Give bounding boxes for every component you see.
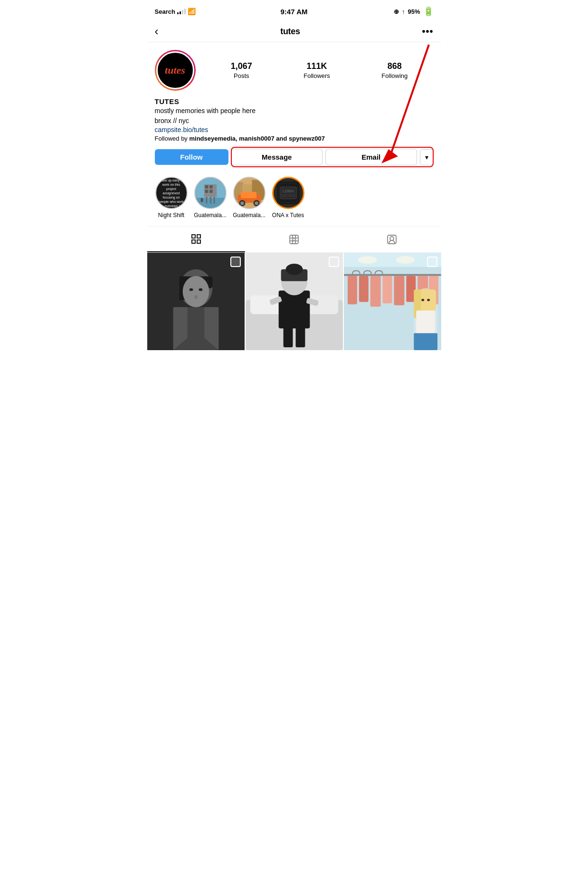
story-label-night-shift: Night Shift [158,212,184,219]
svg-rect-58 [278,291,310,329]
svg-rect-10 [210,197,211,204]
battery-area: ⊕ ↑ 95% 🔋 [394,6,434,17]
svg-rect-30 [197,235,200,238]
svg-point-42 [390,237,394,240]
svg-point-50 [199,288,202,291]
tab-reels[interactable] [245,227,343,252]
story-guatemala1[interactable]: Guatemala... [194,177,227,219]
dropdown-button[interactable]: ▾ [420,149,434,165]
email-button[interactable]: Email [325,149,417,165]
profile-username-title: tutes [280,27,300,37]
carrier-label: Search [155,8,175,15]
profile-display-name: TUTES [155,97,434,105]
story-label-ona: ONA x Tutes [272,212,304,219]
avatar-container[interactable]: tutes [155,50,196,91]
svg-rect-65 [295,326,305,348]
tab-bar [147,226,441,253]
svg-rect-71 [347,276,357,305]
followed-by: Followed by mindseyemedia, manish0007 an… [155,134,434,143]
svg-point-20 [240,201,244,205]
story-ona[interactable]: LOMA EST. 2010 ONA x Tutes [272,177,305,219]
posts-stat[interactable]: 1,067 Posts [231,61,252,79]
profile-section: tutes 1,067 Posts 111K Followers 868 Fol… [147,42,441,177]
ona-svg: LOMA EST. 2010 [274,177,303,209]
posts-count: 1,067 [231,61,252,71]
svg-rect-5 [205,185,208,189]
photo-multi-icon-3 [427,257,437,267]
story-guatemala2[interactable]: Guatemala... [233,177,266,219]
followers-count: 111K [307,61,327,71]
stories-row: like at night I wake up early to work on… [147,177,441,226]
svg-point-68 [358,256,377,264]
svg-rect-33 [290,235,298,244]
svg-point-63 [285,264,303,275]
svg-text:LOMA: LOMA [282,189,294,193]
story-night-shift[interactable]: like at night I wake up early to work on… [155,177,188,219]
reels-icon [288,234,300,245]
svg-rect-84 [414,334,437,351]
svg-rect-70 [344,274,441,276]
profile-header: tutes 1,067 Posts 111K Followers 868 Fol… [155,50,434,91]
profile-link[interactable]: campsite.bio/tutes [155,126,434,134]
svg-rect-11 [213,197,215,204]
time-display: 9:47 AM [281,8,308,16]
signal-bars [177,9,186,14]
posts-label: Posts [234,72,249,79]
location-icon: ⊕ [394,8,399,15]
svg-point-22 [255,201,258,205]
svg-text:EST. 2010: EST. 2010 [281,194,295,198]
svg-point-49 [189,288,193,291]
photo-cell-1[interactable] [147,253,245,350]
more-options-button[interactable]: ••• [422,26,433,37]
svg-point-48 [182,276,209,307]
message-button[interactable]: Message [231,149,323,165]
tuktuk-svg [234,177,265,209]
story-circle-guatemala1 [194,177,227,209]
story-circle-guatemala2 [233,177,266,209]
svg-rect-74 [382,276,392,304]
carrier-signal: Search 📶 [155,8,196,15]
follow-button[interactable]: Follow [155,149,228,165]
svg-point-12 [200,198,203,202]
photo-grid [147,253,441,350]
story-circle-ona: LOMA EST. 2010 [272,177,304,209]
photo-cell-3[interactable] [344,253,441,350]
svg-point-69 [396,256,415,264]
svg-rect-6 [209,185,213,189]
svg-rect-64 [283,326,293,348]
profile-bio-line2: bronx // nyc [155,116,434,126]
grid-icon [190,233,202,245]
svg-rect-7 [205,190,208,193]
story-circle-night-shift: like at night I wake up early to work on… [155,177,188,209]
photo-1-svg [147,253,245,350]
svg-rect-32 [197,240,200,243]
svg-point-86 [427,299,430,301]
avatar-text: tutes [165,64,185,76]
photo-multi-icon-1 [230,257,241,267]
story-label-guatemala2: Guatemala... [233,212,266,219]
svg-rect-31 [192,240,195,243]
followers-stat[interactable]: 111K Followers [303,61,330,79]
photo-cell-2[interactable] [246,253,343,350]
svg-rect-72 [359,276,368,302]
tab-grid[interactable] [147,227,245,252]
following-stat[interactable]: 868 Following [381,61,408,79]
back-button[interactable]: ‹ [155,25,159,38]
action-buttons: Follow Message Email ▾ [155,149,434,165]
svg-rect-73 [370,276,380,307]
tagged-icon [386,234,398,245]
tab-tagged[interactable] [343,227,441,252]
followed-by-prefix: Followed by [155,135,190,142]
navigation-bar: ‹ tutes ••• [147,21,441,42]
photo-multi-icon-2 [329,257,339,267]
arrow-icon: ↑ [402,8,405,15]
svg-rect-8 [209,190,213,193]
following-count: 868 [388,61,402,71]
svg-point-85 [421,299,424,301]
photo-3-svg [344,253,441,350]
story-label-guatemala1: Guatemala... [194,212,227,219]
photo-2-svg [246,253,343,350]
story-night-text: like at night I wake up early to work on… [156,177,187,209]
avatar-story-ring: tutes [155,50,196,91]
svg-rect-29 [192,235,195,238]
